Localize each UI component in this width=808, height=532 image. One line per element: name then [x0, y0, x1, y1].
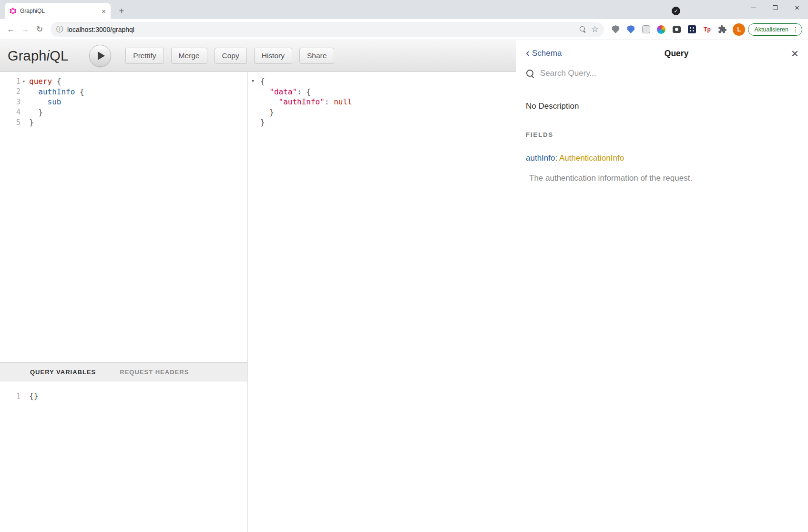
- query-code[interactable]: query { authInfo { sub } }: [27, 72, 84, 362]
- result-pane: ▾ { "data": { "authInfo": null } }: [248, 72, 516, 532]
- doc-field-type-link[interactable]: AuthenticationInfo: [559, 153, 624, 163]
- code-line: }: [29, 117, 84, 128]
- url-input[interactable]: localhost:3000/graphql: [67, 26, 575, 33]
- result-line: "authInfo": null: [260, 97, 516, 107]
- browser-navbar: ← → ↻ ⓘ localhost:3000/graphql ☆ Tp L Ak…: [0, 19, 808, 40]
- fold-arrow-icon[interactable]: ▾: [20, 79, 27, 84]
- browser-window: GraphiQL × + ✓ × ← → ↻ ⓘ localhost:3000/…: [0, 0, 808, 532]
- doc-field-row: authInfo: AuthenticationInfo: [526, 153, 798, 163]
- reload-icon[interactable]: ↻: [32, 22, 47, 37]
- result-line: }: [260, 107, 516, 118]
- tab-request-headers[interactable]: REQUEST HEADERS: [120, 368, 189, 376]
- query-editor[interactable]: 1▾ 2 3 4 5 query { authInfo { sub } }: [0, 72, 247, 362]
- code-line: sub: [29, 97, 84, 107]
- result-viewer: { "data": { "authInfo": null } }: [248, 72, 516, 128]
- page-content: GraphiQL Prettify Merge Copy History Sha…: [0, 40, 808, 532]
- doc-explorer-header: ‹ Schema Query ×: [516, 40, 808, 67]
- doc-field-description: The authentication information of the re…: [526, 174, 798, 183]
- ext-generic-icon[interactable]: [640, 23, 652, 36]
- code-line: {}: [29, 391, 38, 401]
- minimize-button[interactable]: [742, 0, 764, 15]
- graphiql-logo: GraphiQL: [8, 48, 68, 64]
- copy-button[interactable]: Copy: [215, 48, 247, 64]
- query-editor-pane: 1▾ 2 3 4 5 query { authInfo { sub } }: [0, 72, 248, 532]
- result-line: "data": {: [260, 87, 516, 97]
- doc-explorer-panel: ‹ Schema Query × No Description FIELDS a…: [516, 40, 808, 532]
- browser-tab[interactable]: GraphiQL ×: [5, 3, 111, 19]
- code-line: }: [29, 107, 84, 118]
- doc-back-link[interactable]: ‹ Schema: [526, 48, 562, 59]
- result-line: {: [260, 76, 516, 87]
- ext-camera-icon[interactable]: [670, 23, 683, 36]
- doc-panel-title: Query: [562, 49, 791, 59]
- back-icon[interactable]: ←: [4, 22, 18, 37]
- ext-shield-gray-icon[interactable]: [609, 23, 622, 36]
- line-number-gutter: 1▾ 2 3 4 5: [0, 72, 27, 362]
- play-icon: [98, 51, 105, 60]
- extensions-puzzle-icon[interactable]: [716, 23, 728, 36]
- window-close-button[interactable]: ×: [786, 0, 808, 15]
- ext-shield-blue-icon[interactable]: [624, 23, 637, 36]
- browser-notification-badge-icon[interactable]: ✓: [672, 7, 680, 15]
- code-line: authInfo {: [29, 87, 84, 97]
- graphiql-toolbar: GraphiQL Prettify Merge Copy History Sha…: [0, 40, 516, 72]
- result-fold-arrow-icon[interactable]: ▾: [252, 78, 254, 83]
- tab-strip: GraphiQL × + ✓ ×: [0, 0, 808, 19]
- profile-avatar[interactable]: L: [733, 23, 745, 36]
- ext-color-wheel-icon[interactable]: [655, 23, 667, 36]
- ext-grid-icon[interactable]: [685, 23, 698, 36]
- doc-field-colon: :: [555, 153, 557, 163]
- zoom-icon[interactable]: [579, 26, 587, 33]
- result-line: }: [260, 117, 516, 128]
- variables-gutter: 1: [0, 384, 27, 532]
- update-button-label: Aktualisieren: [754, 26, 788, 33]
- merge-button[interactable]: Merge: [171, 48, 207, 64]
- window-controls: ×: [742, 0, 808, 15]
- doc-close-icon[interactable]: ×: [791, 47, 798, 60]
- chevron-left-icon: ‹: [526, 47, 530, 59]
- doc-no-description: No Description: [526, 102, 798, 111]
- new-tab-button[interactable]: +: [115, 5, 128, 17]
- url-bar[interactable]: ⓘ localhost:3000/graphql ☆: [51, 22, 604, 37]
- graphiql-workspace: 1▾ 2 3 4 5 query { authInfo { sub } }: [0, 72, 516, 532]
- variables-editor[interactable]: 1 {}: [0, 381, 247, 532]
- doc-fields-header: FIELDS: [526, 131, 798, 138]
- bookmark-star-icon[interactable]: ☆: [591, 24, 598, 34]
- doc-search-input[interactable]: [540, 69, 798, 78]
- doc-content: No Description FIELDS authInfo: Authenti…: [516, 87, 808, 197]
- doc-field-name-link[interactable]: authInfo: [526, 153, 555, 163]
- doc-back-label: Schema: [532, 49, 562, 58]
- tab-close-icon[interactable]: ×: [102, 8, 106, 15]
- execute-query-button[interactable]: [89, 45, 111, 67]
- secondary-editor-tabs: QUERY VARIABLES REQUEST HEADERS: [0, 362, 247, 381]
- page-info-icon[interactable]: ⓘ: [56, 25, 63, 34]
- variables-code[interactable]: {}: [27, 384, 38, 532]
- forward-icon[interactable]: →: [18, 22, 32, 37]
- graphql-favicon-icon: [10, 8, 16, 14]
- search-icon: [526, 69, 534, 78]
- code-line: query {: [29, 76, 84, 87]
- prettify-button[interactable]: Prettify: [125, 48, 164, 64]
- graphiql-left-column: GraphiQL Prettify Merge Copy History Sha…: [0, 40, 516, 532]
- browser-menu-kebab-icon[interactable]: ⋮: [792, 26, 799, 33]
- tab-title: GraphiQL: [20, 8, 98, 14]
- share-button[interactable]: Share: [299, 48, 334, 64]
- doc-search-row: [516, 67, 808, 87]
- tab-query-variables[interactable]: QUERY VARIABLES: [30, 368, 96, 376]
- maximize-button[interactable]: [764, 0, 786, 15]
- history-button[interactable]: History: [254, 48, 292, 64]
- ext-tp-icon[interactable]: Tp: [701, 23, 713, 36]
- browser-update-button[interactable]: Aktualisieren ⋮: [748, 23, 802, 36]
